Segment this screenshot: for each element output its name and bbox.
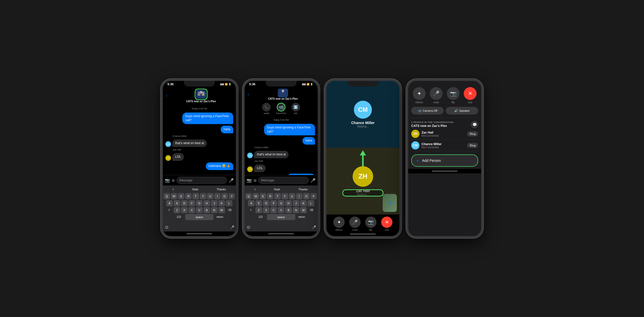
effects-btn-3[interactable]: ✦ effects bbox=[333, 217, 345, 231]
apps-icon-2[interactable]: ⊕ bbox=[253, 178, 257, 183]
k-y[interactable]: Y bbox=[282, 193, 288, 199]
end-btn-4[interactable]: ✕ end bbox=[464, 87, 477, 104]
k-m[interactable]: M bbox=[300, 207, 307, 213]
key-d[interactable]: D bbox=[181, 200, 188, 206]
audio-action-2[interactable]: 📞 audio bbox=[262, 103, 271, 115]
facetime-action-2[interactable]: 📹 FaceTime bbox=[276, 103, 286, 115]
k-r[interactable]: R bbox=[267, 193, 273, 199]
key-s[interactable]: S bbox=[174, 200, 180, 206]
key-o[interactable]: O bbox=[221, 193, 228, 199]
sug-thanks-2[interactable]: Thanks bbox=[296, 187, 310, 191]
k-c[interactable]: C bbox=[270, 207, 277, 213]
apps-input-icon-1[interactable]: ⊕ bbox=[172, 178, 175, 183]
info-action-2[interactable]: ℹ️ info bbox=[291, 103, 300, 115]
messages-content-1[interactable]: Today 5:35 PM Guys mind ignoring a FaceT… bbox=[163, 104, 236, 175]
camera-off-btn-4[interactable]: 📹 Camera Off bbox=[411, 107, 444, 115]
sug-i-2[interactable]: I bbox=[253, 187, 257, 191]
end-btn-3[interactable]: ✕ end bbox=[381, 217, 392, 231]
k-return-2[interactable]: return bbox=[296, 214, 307, 220]
key-z[interactable]: Z bbox=[174, 207, 180, 213]
key-y[interactable]: Y bbox=[200, 193, 206, 199]
mic-key-2[interactable]: 🎤 bbox=[310, 224, 318, 230]
key-w[interactable]: W bbox=[171, 193, 177, 199]
key-c[interactable]: C bbox=[189, 207, 195, 213]
key-p[interactable]: P bbox=[229, 193, 235, 199]
chat-icon-btn-4[interactable]: 💬 bbox=[471, 121, 478, 128]
add-person-btn-4[interactable]: ＋ Add Person bbox=[411, 154, 478, 167]
key-f[interactable]: F bbox=[189, 200, 195, 206]
k-shift-2[interactable]: ⇧ bbox=[247, 207, 255, 213]
k-q[interactable]: Q bbox=[245, 193, 252, 199]
k-t[interactable]: T bbox=[274, 193, 281, 199]
key-b[interactable]: B bbox=[203, 207, 210, 213]
speaker-btn-4[interactable]: 🔊 Speaker bbox=[446, 107, 478, 115]
k-f[interactable]: F bbox=[270, 200, 277, 206]
swipe-bar-highlight[interactable] bbox=[342, 189, 383, 197]
k-x[interactable]: X bbox=[263, 207, 270, 213]
key-i[interactable]: I bbox=[214, 193, 221, 199]
key-u[interactable]: U bbox=[207, 193, 213, 199]
key-shift[interactable]: ⇧ bbox=[165, 207, 173, 213]
k-a[interactable]: A bbox=[248, 200, 255, 206]
k-p[interactable]: P bbox=[310, 193, 317, 199]
key-backspace[interactable]: ⌫ bbox=[226, 207, 234, 213]
back-button-1[interactable]: ‹ bbox=[166, 93, 167, 98]
key-x[interactable]: X bbox=[181, 207, 188, 213]
k-s[interactable]: S bbox=[255, 200, 262, 206]
message-input-1[interactable]: iMessage bbox=[176, 177, 227, 184]
key-l[interactable]: L bbox=[226, 200, 232, 206]
key-j[interactable]: J bbox=[211, 200, 218, 206]
cm-ring-btn-4[interactable]: Ring bbox=[467, 143, 478, 148]
key-a[interactable]: A bbox=[166, 200, 173, 206]
back-button-2[interactable]: ‹ bbox=[248, 92, 249, 97]
k-u[interactable]: U bbox=[289, 193, 295, 199]
zh-ring-btn-4[interactable]: Ring bbox=[467, 131, 478, 136]
audio-icon-input-2[interactable]: 🎤 bbox=[310, 178, 316, 183]
flip-btn-3[interactable]: 📷 flip bbox=[365, 217, 377, 231]
k-j[interactable]: J bbox=[293, 200, 299, 206]
k-space-2[interactable]: space bbox=[267, 214, 295, 220]
k-v[interactable]: V bbox=[278, 207, 284, 213]
key-m[interactable]: M bbox=[218, 207, 225, 213]
k-z[interactable]: Z bbox=[255, 207, 262, 213]
k-d[interactable]: D bbox=[263, 200, 270, 206]
key-r[interactable]: R bbox=[185, 193, 192, 199]
suggestion-yeah-1[interactable]: Yeah bbox=[190, 187, 200, 191]
sug-yeah-2[interactable]: Yeah bbox=[272, 187, 282, 191]
k-i[interactable]: I bbox=[296, 193, 302, 199]
mute-btn-4[interactable]: 🎤 mute bbox=[430, 87, 443, 104]
suggestion-thanks-1[interactable]: Thanks bbox=[214, 187, 228, 191]
k-l[interactable]: L bbox=[308, 200, 314, 206]
k-123-2[interactable]: 123 bbox=[255, 214, 266, 220]
key-n[interactable]: N bbox=[211, 207, 218, 213]
key-k[interactable]: K bbox=[218, 200, 225, 206]
key-space[interactable]: space bbox=[185, 214, 213, 220]
key-123[interactable]: 123 bbox=[173, 214, 184, 220]
key-h[interactable]: H bbox=[203, 200, 210, 206]
k-n[interactable]: N bbox=[293, 207, 299, 213]
key-return[interactable]: return bbox=[214, 214, 226, 220]
mic-key-1[interactable]: 🎤 bbox=[228, 224, 236, 230]
k-o[interactable]: O bbox=[303, 193, 310, 199]
camera-icon-2[interactable]: 📷 bbox=[247, 178, 252, 183]
key-q[interactable]: Q bbox=[164, 193, 170, 199]
k-h[interactable]: H bbox=[285, 200, 292, 206]
key-g[interactable]: G bbox=[196, 200, 203, 206]
mute-btn-3[interactable]: 🎤 mute bbox=[349, 217, 361, 231]
messages-content-2[interactable]: Today 5:35 PM Guys mind ignoring a FaceT… bbox=[245, 116, 318, 175]
k-b[interactable]: B bbox=[285, 207, 292, 213]
k-w[interactable]: W bbox=[253, 193, 259, 199]
emoji-key-2[interactable]: ☺ bbox=[245, 223, 252, 231]
suggestion-i-1[interactable]: I bbox=[171, 187, 176, 191]
k-backspace-2[interactable]: ⌫ bbox=[308, 207, 315, 213]
audio-input-icon-1[interactable]: 🎤 bbox=[229, 178, 234, 183]
key-v[interactable]: V bbox=[196, 207, 203, 213]
key-e[interactable]: E bbox=[178, 193, 184, 199]
message-input-2[interactable]: iMessage bbox=[258, 177, 309, 184]
flip-btn-4[interactable]: 📷 flip bbox=[447, 87, 460, 104]
group-avatar-highlight-1[interactable] bbox=[195, 89, 208, 100]
k-k[interactable]: K bbox=[300, 200, 307, 206]
emoji-key-1[interactable]: ☺ bbox=[163, 223, 171, 231]
k-g[interactable]: G bbox=[278, 200, 284, 206]
key-t[interactable]: T bbox=[192, 193, 199, 199]
